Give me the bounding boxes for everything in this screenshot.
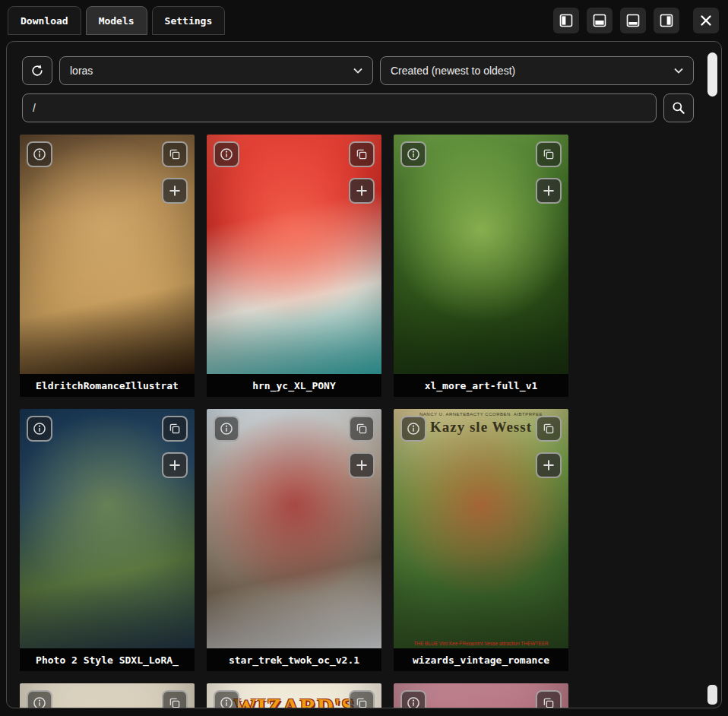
add-button[interactable]: [349, 178, 375, 204]
info-icon: [219, 147, 234, 162]
plus-icon: [541, 458, 556, 473]
info-button[interactable]: [214, 416, 239, 442]
model-card[interactable]: [20, 683, 195, 708]
copy-button[interactable]: [162, 141, 188, 167]
layout-bottom-half-button[interactable]: [587, 8, 612, 33]
info-icon: [219, 421, 234, 436]
model-card[interactable]: hrn_yc_XL_PONY: [207, 135, 381, 397]
info-icon: [32, 421, 47, 436]
add-button[interactable]: [536, 452, 562, 478]
chevron-down-icon: [674, 68, 683, 74]
model-card[interactable]: NANCY U. ARNETEBACTY CCORBEN. AIBTPRPEE …: [394, 409, 568, 671]
card-actions: [349, 416, 375, 478]
info-button[interactable]: [400, 416, 426, 442]
info-icon: [406, 421, 421, 436]
info-button[interactable]: [27, 690, 52, 708]
chevron-down-icon: [353, 68, 362, 74]
copy-button[interactable]: [536, 690, 562, 708]
scrollbar[interactable]: [707, 46, 717, 705]
layout-bottom-half-icon: [593, 14, 606, 27]
model-name-label: star_trek_twok_oc_v2.1: [207, 648, 381, 671]
close-icon: [699, 14, 713, 27]
search-button[interactable]: [663, 93, 694, 122]
close-button[interactable]: [693, 8, 719, 33]
layout-right-panel-button[interactable]: [654, 8, 679, 33]
copy-button[interactable]: [536, 141, 562, 167]
refresh-button[interactable]: [22, 56, 52, 85]
info-button[interactable]: [27, 416, 52, 442]
tab-download[interactable]: Download: [8, 6, 81, 35]
info-icon: [32, 147, 47, 162]
info-icon: [219, 695, 234, 708]
scrollbar-bottom-thumb[interactable]: [707, 685, 717, 705]
model-type-value: loras: [70, 65, 93, 77]
info-button[interactable]: [400, 690, 426, 708]
card-actions: [536, 416, 562, 478]
add-button[interactable]: [536, 178, 562, 204]
copy-icon: [542, 147, 555, 161]
copy-button[interactable]: [162, 690, 188, 708]
search-toolbar: [22, 93, 694, 122]
model-card[interactable]: Photo 2 Style SDXL_LoRA_: [20, 409, 195, 671]
card-actions: [162, 141, 188, 204]
scrollbar-thumb[interactable]: [707, 52, 717, 97]
card-actions: [536, 690, 562, 708]
copy-button[interactable]: [162, 416, 188, 442]
model-type-select[interactable]: loras: [59, 56, 373, 85]
window-controls: [553, 8, 719, 33]
model-card[interactable]: EldritchRomanceIllustrat: [20, 135, 195, 397]
copy-icon: [168, 422, 182, 436]
info-icon: [32, 695, 47, 708]
info-button[interactable]: [27, 141, 52, 167]
layout-bottom-bar-button[interactable]: [620, 8, 646, 33]
card-actions: [536, 141, 562, 204]
model-card[interactable]: star_trek_twok_oc_v2.1: [207, 409, 381, 671]
layout-left-panel-icon: [559, 14, 573, 27]
filter-toolbar: loras Created (newest to oldest): [22, 56, 694, 85]
plus-icon: [354, 458, 369, 473]
refresh-icon: [30, 63, 45, 78]
copy-icon: [355, 422, 369, 436]
layout-bottom-bar-icon: [626, 14, 640, 27]
tab-bar: Download Models Settings: [8, 6, 225, 35]
plus-icon: [167, 183, 182, 198]
copy-icon: [542, 422, 555, 436]
copy-icon: [168, 147, 182, 161]
copy-button[interactable]: [536, 416, 562, 442]
search-input[interactable]: [22, 93, 657, 122]
info-button[interactable]: [214, 141, 239, 167]
models-panel: loras Created (newest to oldest): [6, 41, 722, 708]
card-actions: [162, 690, 188, 708]
model-name-label: wizards_vintage_romance: [394, 648, 568, 671]
copy-button[interactable]: [349, 690, 375, 708]
model-name-label: Photo 2 Style SDXL_LoRA_: [20, 648, 195, 671]
add-button[interactable]: [162, 178, 188, 204]
info-icon: [406, 695, 421, 708]
image-footer: THE BLUE Vint Kee PReoprrtnt Vesse attra…: [396, 641, 566, 646]
model-grid: EldritchRomanceIllustrat: [20, 135, 721, 708]
model-card[interactable]: [394, 683, 568, 708]
search-icon: [671, 100, 686, 116]
copy-button[interactable]: [349, 416, 375, 442]
tab-models[interactable]: Models: [86, 6, 147, 35]
copy-icon: [168, 696, 182, 708]
plus-icon: [167, 458, 182, 473]
copy-button[interactable]: [349, 141, 375, 167]
model-card[interactable]: xl_more_art-full_v1: [394, 135, 568, 397]
layout-left-panel-button[interactable]: [553, 8, 579, 33]
copy-icon: [355, 696, 369, 708]
plus-icon: [541, 183, 556, 198]
model-name-label: xl_more_art-full_v1: [394, 374, 568, 397]
add-button[interactable]: [162, 452, 188, 478]
add-button[interactable]: [349, 452, 375, 478]
model-name-label: EldritchRomanceIllustrat: [20, 374, 195, 397]
sort-select[interactable]: Created (newest to oldest): [380, 56, 694, 85]
plus-icon: [354, 183, 369, 198]
info-button[interactable]: [214, 690, 239, 708]
info-button[interactable]: [400, 141, 426, 167]
copy-icon: [355, 147, 369, 161]
model-card[interactable]: WIZARD'S: [207, 683, 381, 708]
tab-settings[interactable]: Settings: [152, 6, 226, 35]
sort-value: Created (newest to oldest): [391, 65, 515, 77]
card-actions: [349, 141, 375, 204]
